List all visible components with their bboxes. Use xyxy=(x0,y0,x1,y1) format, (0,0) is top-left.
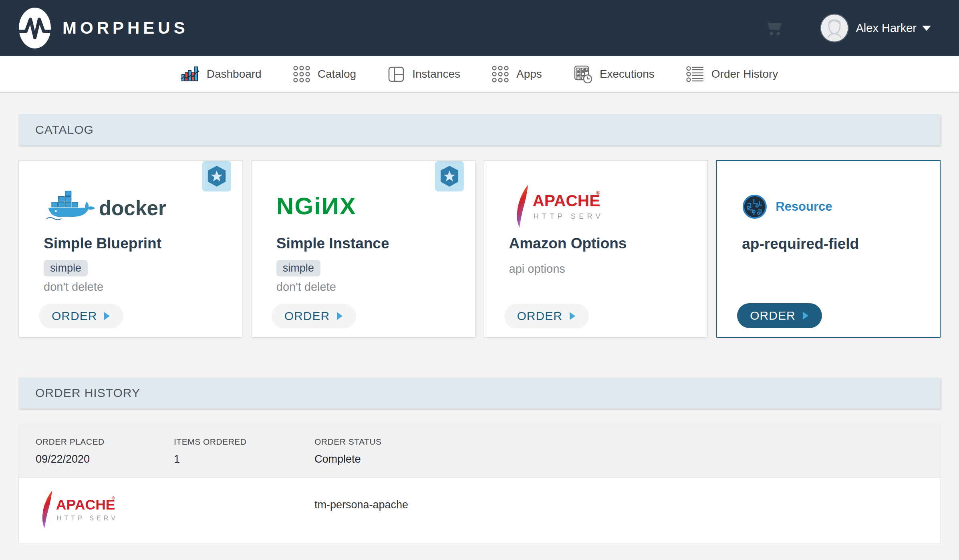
nav-item-label: Order History xyxy=(711,68,778,81)
nav-item-apps[interactable]: Apps xyxy=(492,65,542,83)
app-header: MORPHEUS Alex Harker xyxy=(0,0,959,56)
order-history-table: ORDER PLACED 09/22/2020 ITEMS ORDERED 1 … xyxy=(18,424,941,544)
order-button[interactable]: ORDER xyxy=(737,303,822,328)
catalog-card-simple-instance[interactable]: NGiИX Simple Instance simple don't delet… xyxy=(251,160,475,338)
catalog-card-ap-required-field[interactable]: Resource ap-required-field ORDER xyxy=(716,160,941,338)
nav-item-order-history[interactable]: Order History xyxy=(686,66,778,83)
docker-logo: docker xyxy=(44,189,220,224)
card-tag: simple xyxy=(44,260,88,276)
card-title: Amazon Options xyxy=(509,235,685,252)
morpheus-logo-icon xyxy=(18,7,51,49)
card-title: Simple Instance xyxy=(276,235,453,252)
card-title: ap-required-field xyxy=(742,236,917,252)
star-hexagon-icon xyxy=(439,165,459,187)
resource-logo: Resource xyxy=(742,189,917,224)
order-placed-value: 09/22/2020 xyxy=(36,453,174,465)
dashboard-icon xyxy=(181,65,199,83)
nginx-logo: NGiИX xyxy=(276,189,453,224)
apache-logo xyxy=(509,189,685,224)
nav-item-label: Catalog xyxy=(318,68,357,81)
catalog-cards-grid: docker Simple Blueprint simple don't del… xyxy=(18,160,941,338)
card-description: api options xyxy=(509,262,685,276)
star-hexagon-icon xyxy=(207,165,227,187)
card-description: don't delete xyxy=(44,280,220,294)
order-button[interactable]: ORDER xyxy=(39,304,123,328)
nav-item-dashboard[interactable]: Dashboard xyxy=(181,65,262,83)
grid-icon xyxy=(492,65,509,83)
avatar[interactable] xyxy=(820,14,849,42)
order-summary-row[interactable]: ORDER PLACED 09/22/2020 ITEMS ORDERED 1 … xyxy=(19,424,940,477)
order-button[interactable]: ORDER xyxy=(504,304,589,328)
order-status-cell: ORDER STATUS Complete xyxy=(314,437,940,465)
nav-item-label: Dashboard xyxy=(207,68,262,81)
column-header: ITEMS ORDERED xyxy=(174,437,314,447)
apache-logo xyxy=(36,478,174,544)
play-arrow-icon xyxy=(569,311,576,321)
play-arrow-icon xyxy=(802,311,809,320)
order-history-section-header: ORDER HISTORY xyxy=(18,377,941,409)
featured-badge xyxy=(202,161,231,191)
empty-cell xyxy=(174,478,314,544)
resource-circuit-icon xyxy=(742,194,768,220)
nav-item-executions[interactable]: Executions xyxy=(573,64,655,84)
catalog-card-amazon-options[interactable]: Amazon Options api options ORDER xyxy=(484,160,708,338)
order-history-section-title: ORDER HISTORY xyxy=(35,386,140,400)
catalog-card-simple-blueprint[interactable]: docker Simple Blueprint simple don't del… xyxy=(18,160,243,338)
svg-text:docker: docker xyxy=(99,197,166,220)
nav-item-catalog[interactable]: Catalog xyxy=(293,65,357,83)
user-name[interactable]: Alex Harker xyxy=(856,22,917,35)
catalog-section-header: CATALOG xyxy=(18,114,941,145)
brand[interactable]: MORPHEUS xyxy=(18,7,189,49)
card-description: don't delete xyxy=(276,280,453,294)
catalog-section-title: CATALOG xyxy=(35,123,94,137)
card-title: Simple Blueprint xyxy=(44,235,220,252)
instances-icon xyxy=(387,65,405,83)
order-item-name: tm-persona-apache xyxy=(314,478,940,544)
card-tag: simple xyxy=(276,260,320,276)
order-button[interactable]: ORDER xyxy=(272,304,356,328)
grid-icon xyxy=(293,65,310,83)
resource-type-label: Resource xyxy=(776,199,832,214)
nav-item-label: Apps xyxy=(516,68,542,81)
order-item-row[interactable]: tm-persona-apache xyxy=(19,477,940,544)
nav-item-label: Instances xyxy=(412,68,460,81)
cart-icon[interactable] xyxy=(764,19,783,37)
order-placed-cell: ORDER PLACED 09/22/2020 xyxy=(36,437,174,465)
nav-item-label: Executions xyxy=(600,68,655,81)
order-status-value: Complete xyxy=(314,453,940,465)
svg-text:NGiИX: NGiИX xyxy=(276,193,357,220)
column-header: ORDER PLACED xyxy=(36,437,174,447)
items-ordered-value: 1 xyxy=(174,453,314,465)
featured-badge xyxy=(435,161,464,191)
column-header: ORDER STATUS xyxy=(314,437,940,447)
brand-name: MORPHEUS xyxy=(62,18,189,38)
play-arrow-icon xyxy=(336,311,343,321)
play-arrow-icon xyxy=(103,311,111,321)
items-ordered-cell: ITEMS ORDERED 1 xyxy=(174,437,314,465)
executions-icon xyxy=(573,64,592,84)
chevron-down-icon[interactable] xyxy=(922,26,931,31)
main-nav: Dashboard Catalog Instances Apps xyxy=(0,56,959,93)
order-history-icon xyxy=(686,66,704,83)
nav-item-instances[interactable]: Instances xyxy=(387,65,460,83)
